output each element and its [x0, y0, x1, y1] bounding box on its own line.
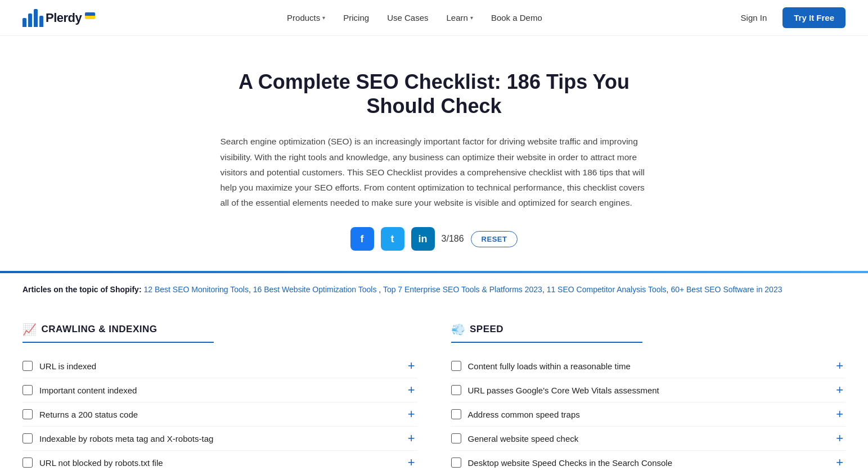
logo[interactable]: Plerdy	[23, 9, 95, 27]
linkedin-icon: in	[419, 233, 428, 245]
twitter-share-button[interactable]: t	[381, 227, 404, 251]
expand-button[interactable]: +	[406, 360, 417, 372]
checkbox[interactable]	[23, 433, 33, 443]
crawling-emoji: 📈	[23, 323, 37, 336]
checklist-counter: 3/186	[442, 234, 464, 244]
facebook-share-button[interactable]: f	[350, 227, 374, 251]
header-actions: Sign In Try It Free	[734, 7, 845, 28]
articles-bar: Articles on the topic of Shopify: 12 Bes…	[0, 273, 868, 306]
list-item: Content fully loads within a reasonable …	[451, 354, 846, 378]
twitter-icon: t	[391, 233, 394, 245]
nav-pricing[interactable]: Pricing	[336, 8, 376, 27]
checkbox[interactable]	[23, 458, 33, 468]
expand-button[interactable]: +	[406, 384, 417, 396]
list-item: Important content indexed +	[23, 378, 417, 402]
nav-learn[interactable]: Learn ▾	[440, 8, 480, 27]
expand-button[interactable]: +	[406, 456, 417, 469]
item-label: Indexable by robots meta tag and X-robot…	[39, 434, 213, 443]
list-item: URL not blocked by robots.txt file +	[23, 451, 417, 471]
crawling-heading: 📈 CRAWLING & INDEXING	[23, 323, 214, 343]
linkedin-share-button[interactable]: in	[411, 227, 435, 251]
speed-title: SPEED	[470, 324, 503, 335]
article-link-1[interactable]: 12 Best SEO Monitoring Tools	[143, 285, 249, 294]
item-label: URL is indexed	[39, 361, 96, 371]
list-item: URL passes Google's Core Web Vitals asse…	[451, 378, 846, 402]
expand-button[interactable]: +	[834, 384, 845, 396]
expand-button[interactable]: +	[834, 360, 845, 372]
hero-description: Search engine optimization (SEO) is an i…	[221, 134, 648, 210]
social-row: f t in 3/186 RESET	[0, 227, 868, 251]
list-item: Indexable by robots meta tag and X-robot…	[23, 427, 417, 451]
speed-emoji: 💨	[451, 323, 466, 336]
chevron-down-icon: ▾	[322, 15, 325, 21]
checkbox[interactable]	[451, 433, 461, 443]
item-label: Content fully loads within a reasonable …	[468, 361, 631, 371]
list-item: Returns a 200 status code +	[23, 402, 417, 427]
checkbox[interactable]	[451, 361, 461, 371]
logo-text: Plerdy	[46, 11, 82, 25]
nav-use-cases[interactable]: Use Cases	[380, 8, 435, 27]
checkbox[interactable]	[451, 409, 461, 419]
article-link-4[interactable]: 11 SEO Competitor Analysis Tools	[547, 285, 667, 294]
item-label: Returns a 200 status code	[39, 410, 138, 419]
articles-prefix: Articles on the topic of Shopify:	[23, 285, 142, 294]
expand-button[interactable]: +	[834, 432, 845, 445]
expand-button[interactable]: +	[834, 456, 845, 469]
nav-products[interactable]: Products ▾	[280, 8, 332, 27]
list-item: General website speed check +	[451, 427, 846, 451]
item-label: General website speed check	[468, 434, 579, 443]
crawling-section: 📈 CRAWLING & INDEXING URL is indexed + I…	[23, 323, 417, 471]
list-item: URL is indexed +	[23, 354, 417, 378]
checkbox[interactable]	[23, 385, 33, 395]
checklist-area: 📈 CRAWLING & INDEXING URL is indexed + I…	[0, 306, 868, 471]
speed-heading: 💨 SPEED	[451, 323, 642, 343]
expand-button[interactable]: +	[834, 408, 845, 420]
checkbox[interactable]	[23, 409, 33, 419]
header: Plerdy Products ▾ Pricing Use Cases Lear…	[0, 0, 868, 36]
item-label: Address common speed traps	[468, 410, 580, 419]
expand-button[interactable]: +	[406, 408, 417, 420]
speed-section: 💨 SPEED Content fully loads within a rea…	[451, 323, 846, 471]
article-link-2[interactable]: 16 Best Website Optimization Tools	[253, 285, 377, 294]
checkbox[interactable]	[451, 385, 461, 395]
logo-icon	[23, 9, 43, 27]
article-link-5[interactable]: 60+ Best SEO Software in 2023	[671, 285, 782, 294]
item-label: Desktop website Speed Checks in the Sear…	[468, 458, 673, 468]
page-title: A Complete SEO Checklist: 186 Tips You S…	[221, 70, 648, 118]
main-nav: Products ▾ Pricing Use Cases Learn ▾ Boo…	[280, 8, 549, 27]
sign-in-link[interactable]: Sign In	[734, 8, 774, 27]
item-label: Important content indexed	[39, 386, 137, 395]
chevron-down-icon: ▾	[470, 15, 473, 21]
expand-button[interactable]: +	[406, 432, 417, 445]
try-free-button[interactable]: Try It Free	[782, 7, 845, 28]
crawling-title: CRAWLING & INDEXING	[42, 324, 158, 335]
article-link-3[interactable]: Top 7 Enterprise SEO Tools & Platforms 2…	[383, 285, 542, 294]
list-item: Desktop website Speed Checks in the Sear…	[451, 451, 846, 471]
item-label: URL passes Google's Core Web Vitals asse…	[468, 386, 659, 395]
checkbox[interactable]	[451, 458, 461, 468]
item-label: URL not blocked by robots.txt file	[39, 458, 163, 468]
nav-book-demo[interactable]: Book a Demo	[484, 8, 549, 27]
reset-button[interactable]: RESET	[471, 231, 518, 247]
ukraine-flag-icon	[85, 12, 95, 19]
facebook-icon: f	[361, 233, 364, 245]
list-item: Address common speed traps +	[451, 402, 846, 427]
checkbox[interactable]	[23, 361, 33, 371]
hero-section: A Complete SEO Checklist: 186 Tips You S…	[209, 70, 659, 210]
